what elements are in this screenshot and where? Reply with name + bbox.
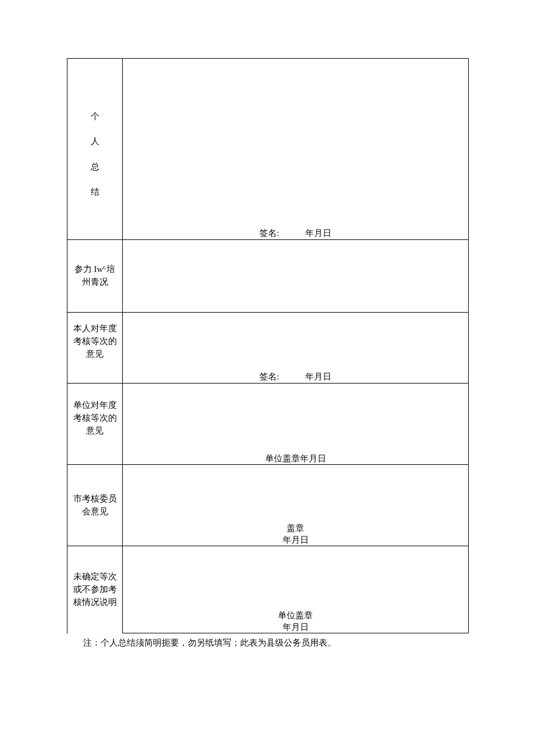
label-unconfirmed: 未确定等次或不参加考核情况说明 [67,546,123,633]
row-personal-summary-sig: 签名: 年月日 [67,227,469,240]
label-char: 总 [91,155,99,180]
label-char: 人 [91,129,99,155]
label-training: 参力 Iwᶜ培州青况 [67,240,123,313]
stamp-line: 单位盖章 [123,610,468,622]
footer-note: 注：个人总结须简明扼要，勿另纸填写；此表为县级公务员用表。 [67,633,468,649]
row-personal-summary: 个 人 总 结 [67,59,469,227]
label-char: 个 [91,104,99,130]
row-committee: 市考核委员会意见 [67,465,469,523]
date-line: 年月日 [123,622,468,633]
content-unconfirmed [123,546,469,610]
date-line: 年月日 [123,535,468,546]
assessment-form-table: 个 人 总 结 签名: 年月日 参力 Iwᶜ培州青况 [67,58,469,633]
content-committee [123,465,469,523]
label-self-opinion: 本人对年度考核等次的意见 [67,313,123,371]
stamp-line: 盖章 [123,523,468,535]
row-committee-date: 年月日 [67,535,469,546]
stamp-line: 单位盖章年月日 [123,453,468,465]
row-training: 参力 Iwᶜ培州青况 [67,240,469,313]
row-unconfirmed-date: 年月日 [67,622,469,633]
content-personal-summary [123,59,469,227]
row-unit-opinion: 单位对年度考核等次的意见 [67,384,469,453]
content-training [123,240,469,313]
row-self-opinion-sig: 签名: 年月日 [67,371,469,384]
label-char: 结 [91,180,99,205]
row-self-opinion: 本人对年度考核等次的意见 [67,313,469,371]
row-unit-opinion-sig: 单位盖章年月日 [67,453,469,465]
label-committee: 市考核委员会意见 [67,465,123,546]
label-unit-opinion: 单位对年度考核等次的意见 [67,384,123,453]
label-personal-summary: 个 人 总 结 [67,59,123,227]
signature-line: 签名: 年月日 [123,371,468,383]
content-self-opinion [123,313,469,371]
content-unit-opinion [123,384,469,453]
row-unconfirmed-stamp: 单位盖章 [67,610,469,622]
signature-line: 签名: 年月日 [123,228,468,239]
row-committee-stamp: 盖章 [67,523,469,535]
row-unconfirmed: 未确定等次或不参加考核情况说明 [67,546,469,610]
